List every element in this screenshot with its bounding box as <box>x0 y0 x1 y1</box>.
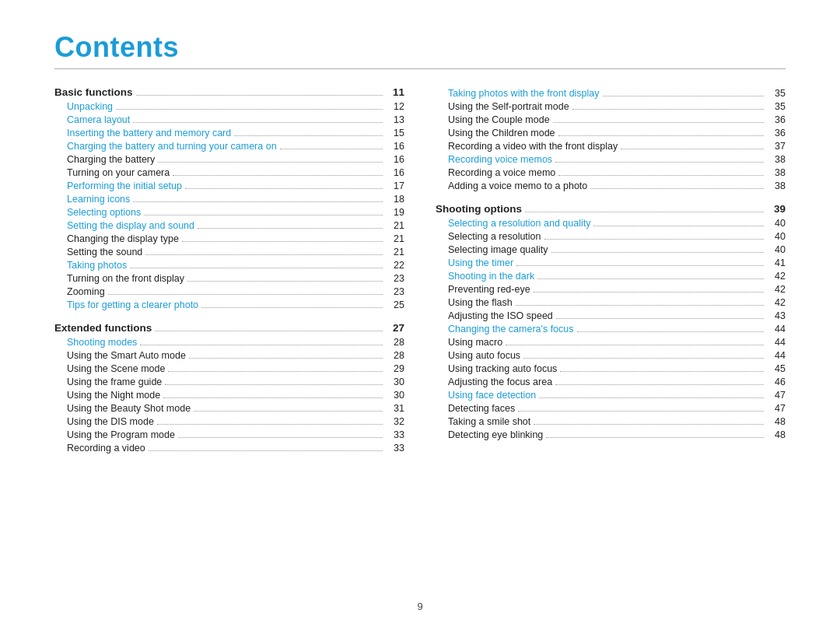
page-title: Contents <box>54 31 786 64</box>
dots <box>572 109 764 110</box>
toc-entry-label: Setting the sound <box>67 247 142 257</box>
toc-entry: Using the Children mode 36 <box>436 126 786 139</box>
toc-entry-page: 28 <box>386 350 404 361</box>
toc-entry: Selecting a resolution and quality 40 <box>436 216 786 229</box>
toc-entry-page: 40 <box>767 244 786 255</box>
toc-entry-label: Using the Scene mode <box>67 363 165 374</box>
dots <box>173 175 383 176</box>
dots <box>537 278 764 279</box>
toc-entry-page: 17 <box>386 180 404 191</box>
section-header-label: Extended functions <box>54 322 152 334</box>
toc-entry-label: Taking a smile shot <box>448 416 530 427</box>
toc-entry-page: 44 <box>767 324 786 335</box>
dots <box>198 228 383 229</box>
left-toc2: Extended functions 27 Shooting modes 28 … <box>54 322 404 454</box>
dots <box>133 122 383 123</box>
dots <box>593 226 764 226</box>
dots <box>525 212 764 212</box>
toc-entry: Recording a video 33 <box>54 441 404 454</box>
toc-entry-page: 45 <box>767 363 786 374</box>
dots <box>558 175 764 176</box>
dots <box>506 345 764 345</box>
toc-entry-page: 47 <box>767 403 786 414</box>
dots <box>280 149 383 149</box>
toc-entry-label: Shooting modes <box>67 337 137 348</box>
toc-entry: Using the Smart Auto mode 28 <box>54 349 404 362</box>
toc-entry: Zooming 23 <box>54 285 404 298</box>
toc-entry-page: 38 <box>767 154 786 165</box>
toc-entry: Taking photos with the front display 35 <box>436 86 786 100</box>
toc-entry: Shooting in the dark 42 <box>436 269 786 282</box>
toc-entry-page: 44 <box>767 350 786 361</box>
toc-entry: Using the Night mode 30 <box>54 388 404 401</box>
toc-entry-label: Camera layout <box>67 114 130 125</box>
dots <box>165 384 383 385</box>
toc-entry: Detecting eye blinking 48 <box>436 428 786 441</box>
toc-entry-label: Recording a video <box>67 443 145 454</box>
toc-entry-label: Using the Program mode <box>67 429 175 440</box>
toc-entry-page: 30 <box>386 390 404 401</box>
toc-entry-label: Using face detection <box>448 390 536 401</box>
left-column: Basic functions 11 Unpacking 12 Camera l… <box>54 86 404 454</box>
toc-entry-page: 43 <box>767 310 786 321</box>
toc-entry-label: Using the DIS mode <box>67 416 154 427</box>
dots <box>577 331 764 332</box>
dots <box>544 239 764 240</box>
dots <box>534 292 764 292</box>
toc-entry-page: 25 <box>386 299 404 310</box>
toc-entry-label: Charging the battery <box>67 154 155 165</box>
toc-entry: Tips for getting a clearer photo 25 <box>54 298 404 311</box>
dots <box>558 135 764 136</box>
dots <box>201 307 383 308</box>
toc-entry-label: Detecting faces <box>448 403 515 414</box>
toc-entry-page: 32 <box>386 416 404 427</box>
toc-entry-page: 38 <box>767 180 786 191</box>
toc-entry: Using the timer 41 <box>436 256 786 269</box>
toc-entry-label: Using the Children mode <box>448 128 555 138</box>
toc-entry-page: 35 <box>767 101 786 112</box>
toc-entry: Detecting faces 47 <box>436 401 786 415</box>
toc-entry: Turning on the front display 23 <box>54 271 404 285</box>
toc-entry-label: Taking photos <box>67 260 127 271</box>
toc-section-header: Basic functions 11 <box>54 86 404 98</box>
toc-entry-label: Using the frame guide <box>67 377 162 387</box>
section-header-page: 39 <box>767 203 786 215</box>
toc-entry-label: Inserting the battery and memory card <box>67 128 231 138</box>
dots <box>145 254 383 255</box>
toc-entry-label: Using the Self-portrait mode <box>448 101 569 112</box>
toc-entry-page: 36 <box>767 114 786 125</box>
toc-entry: Learning icons 18 <box>54 192 404 205</box>
toc-entry-page: 40 <box>767 218 786 229</box>
toc-entry: Camera layout 13 <box>54 113 404 126</box>
toc-columns: Basic functions 11 Unpacking 12 Camera l… <box>54 86 786 454</box>
toc-entry-page: 19 <box>386 207 404 218</box>
toc-entry: Recording a voice memo 38 <box>436 166 786 179</box>
dots <box>555 384 764 385</box>
toc-entry: Adding a voice memo to a photo 38 <box>436 179 786 192</box>
toc-entry-page: 48 <box>767 429 786 440</box>
toc-entry: Recording voice memos 38 <box>436 152 786 166</box>
toc-entry-label: Adjusting the focus area <box>448 377 552 387</box>
toc-entry-page: 21 <box>386 233 404 244</box>
toc-entry-page: 40 <box>767 231 786 242</box>
toc-entry-page: 42 <box>767 297 786 308</box>
toc-entry-label: Adjusting the ISO speed <box>448 310 553 321</box>
dots <box>551 252 764 253</box>
dots <box>546 437 764 438</box>
toc-entry-page: 47 <box>767 390 786 401</box>
toc-entry-label: Changing the camera's focus <box>448 324 574 335</box>
toc-entry-label: Unpacking <box>67 101 113 112</box>
dots <box>603 96 764 96</box>
footer-page-number: 9 <box>417 601 422 612</box>
toc-entry-page: 44 <box>767 337 786 348</box>
toc-entry: Charging the battery 16 <box>54 152 404 166</box>
dots <box>178 437 383 438</box>
toc-entry-page: 33 <box>386 429 404 440</box>
toc-entry: Taking a smile shot 48 <box>436 415 786 428</box>
right-column: Taking photos with the front display 35 … <box>436 86 786 454</box>
toc-entry-page: 21 <box>386 220 404 231</box>
toc-entry: Turning on your camera 16 <box>54 166 404 179</box>
dots <box>560 371 764 372</box>
toc-entry-page: 16 <box>386 154 404 165</box>
title-divider <box>54 68 786 69</box>
